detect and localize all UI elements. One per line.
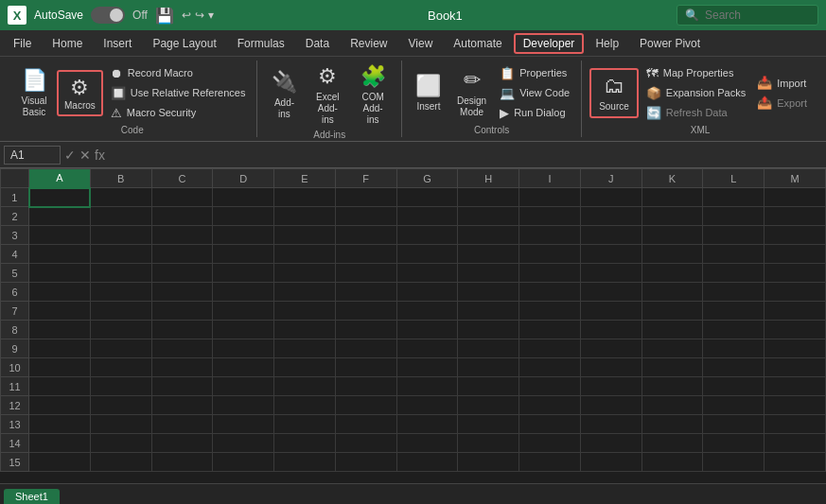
use-relative-refs-button[interactable]: 🔲 Use Relative References — [107, 84, 250, 102]
cell-H9[interactable] — [458, 339, 519, 358]
cell-H13[interactable] — [458, 415, 519, 434]
row-header-11[interactable]: 11 — [1, 377, 29, 396]
cell-E9[interactable] — [274, 339, 336, 358]
cell-L12[interactable] — [703, 396, 764, 415]
cell-F13[interactable] — [335, 415, 396, 434]
cell-F11[interactable] — [335, 377, 396, 396]
cell-D5[interactable] — [213, 264, 274, 283]
properties-button[interactable]: 📋 Properties — [496, 64, 573, 82]
cell-J6[interactable] — [580, 283, 641, 302]
cell-L6[interactable] — [703, 283, 764, 302]
cell-A14[interactable] — [29, 434, 91, 453]
insert-control-button[interactable]: ⬜ Insert — [410, 70, 448, 116]
cell-J14[interactable] — [580, 434, 641, 453]
cell-E5[interactable] — [274, 264, 336, 283]
cell-B11[interactable] — [90, 377, 151, 396]
row-header-13[interactable]: 13 — [1, 415, 29, 434]
cell-C12[interactable] — [151, 396, 213, 415]
cell-M4[interactable] — [764, 245, 826, 264]
cell-K3[interactable] — [641, 226, 703, 245]
cell-A2[interactable] — [29, 207, 91, 226]
cell-I6[interactable] — [519, 283, 581, 302]
cell-A9[interactable] — [29, 339, 91, 358]
cell-D14[interactable] — [213, 434, 274, 453]
undo-redo-controls[interactable]: ↩ ↪ ▾ — [182, 9, 214, 22]
cell-I8[interactable] — [519, 321, 581, 339]
cell-J11[interactable] — [580, 377, 641, 396]
cell-F1[interactable] — [335, 188, 396, 207]
cell-D1[interactable] — [213, 188, 274, 207]
visual-basic-button[interactable]: 📄 VisualBasic — [15, 64, 53, 122]
cell-C1[interactable] — [151, 188, 213, 207]
cell-M5[interactable] — [764, 264, 826, 283]
cell-A1[interactable] — [29, 188, 91, 207]
cell-H10[interactable] — [458, 358, 519, 377]
cell-J3[interactable] — [580, 226, 641, 245]
cell-I11[interactable] — [519, 377, 581, 396]
cell-D6[interactable] — [213, 283, 274, 302]
menu-view[interactable]: View — [399, 33, 443, 54]
col-header-K[interactable]: K — [641, 169, 703, 188]
cell-K5[interactable] — [641, 264, 703, 283]
cell-L2[interactable] — [703, 207, 764, 226]
record-macro-button[interactable]: ⏺ Record Macro — [107, 64, 250, 82]
col-header-B[interactable]: B — [90, 169, 151, 188]
col-header-E[interactable]: E — [274, 169, 336, 188]
cell-B2[interactable] — [90, 207, 151, 226]
cell-J2[interactable] — [580, 207, 641, 226]
cell-M8[interactable] — [764, 321, 826, 339]
cell-A3[interactable] — [29, 226, 91, 245]
cell-C10[interactable] — [151, 358, 213, 377]
cell-K15[interactable] — [641, 453, 703, 472]
cell-M2[interactable] — [764, 207, 826, 226]
checkmark-icon[interactable]: ✓ — [64, 148, 76, 163]
macro-security-button[interactable]: ⚠ Macro Security — [107, 104, 250, 122]
cell-J4[interactable] — [580, 245, 641, 264]
cell-F10[interactable] — [335, 358, 396, 377]
cell-B8[interactable] — [90, 321, 151, 339]
menu-insert[interactable]: Insert — [94, 33, 141, 54]
cell-I4[interactable] — [519, 245, 581, 264]
cell-D8[interactable] — [213, 321, 274, 339]
cell-L9[interactable] — [703, 339, 764, 358]
cell-B1[interactable] — [90, 188, 151, 207]
cell-K6[interactable] — [641, 283, 703, 302]
cell-I10[interactable] — [519, 358, 581, 377]
cell-L10[interactable] — [703, 358, 764, 377]
cell-K4[interactable] — [641, 245, 703, 264]
menu-data[interactable]: Data — [296, 33, 339, 54]
cell-D9[interactable] — [213, 339, 274, 358]
cell-H15[interactable] — [458, 453, 519, 472]
cell-M15[interactable] — [764, 453, 826, 472]
formula-input[interactable] — [109, 148, 822, 162]
cell-F14[interactable] — [335, 434, 396, 453]
cell-G13[interactable] — [396, 415, 458, 434]
view-code-button[interactable]: 💻 View Code — [496, 84, 573, 102]
cell-D10[interactable] — [213, 358, 274, 377]
cell-E6[interactable] — [274, 283, 336, 302]
cell-G7[interactable] — [396, 302, 458, 321]
cell-G10[interactable] — [396, 358, 458, 377]
cell-L15[interactable] — [703, 453, 764, 472]
cell-J5[interactable] — [580, 264, 641, 283]
cell-K7[interactable] — [641, 302, 703, 321]
cell-M11[interactable] — [764, 377, 826, 396]
refresh-data-button[interactable]: 🔄 Refresh Data — [642, 104, 749, 122]
cell-C11[interactable] — [151, 377, 213, 396]
cell-H12[interactable] — [458, 396, 519, 415]
cell-E13[interactable] — [274, 415, 336, 434]
autosave-toggle[interactable] — [91, 7, 125, 24]
cell-C3[interactable] — [151, 226, 213, 245]
col-header-C[interactable]: C — [151, 169, 213, 188]
cell-F4[interactable] — [335, 245, 396, 264]
cell-I12[interactable] — [519, 396, 581, 415]
undo-icon[interactable]: ↩ — [182, 9, 191, 22]
col-header-L[interactable]: L — [703, 169, 764, 188]
cell-G12[interactable] — [396, 396, 458, 415]
row-header-12[interactable]: 12 — [1, 396, 29, 415]
cell-G2[interactable] — [396, 207, 458, 226]
cell-L8[interactable] — [703, 321, 764, 339]
cell-L3[interactable] — [703, 226, 764, 245]
cell-K9[interactable] — [641, 339, 703, 358]
cell-H3[interactable] — [458, 226, 519, 245]
